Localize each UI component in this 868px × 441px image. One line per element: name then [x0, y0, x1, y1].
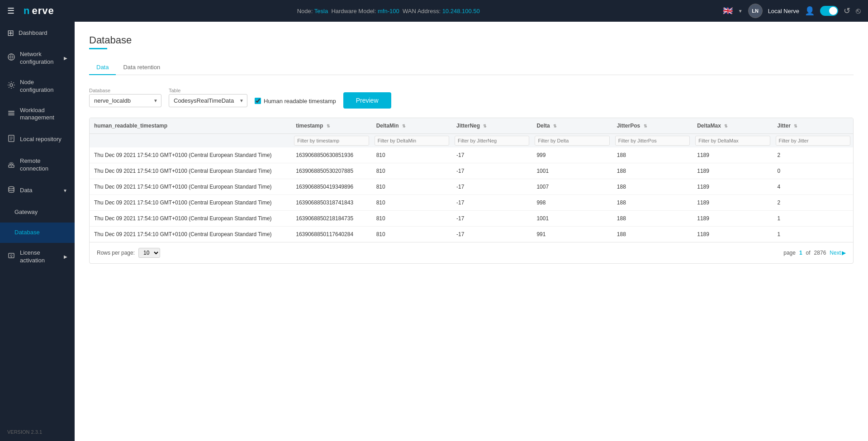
avatar[interactable]: LN [748, 4, 763, 18]
remote-icon [7, 160, 15, 171]
of-label: of [806, 250, 811, 256]
cell-timestamp: 1639068850530207885 [291, 163, 371, 179]
col-deltaMin[interactable]: DeltaMin ⇅ [372, 118, 452, 134]
tab-data[interactable]: Data [89, 60, 116, 75]
next-button[interactable]: Next ▶ [830, 250, 846, 256]
cell-delta: 1001 [532, 163, 612, 179]
database-select-wrapper: nerve_localdb ▼ [89, 94, 161, 107]
cell-timestamp: 1639068850630851936 [291, 147, 371, 163]
filter-deltaMin-input[interactable] [375, 136, 449, 146]
col-deltaMax[interactable]: DeltaMax ⇅ [693, 118, 773, 134]
cell-jitterPos: 188 [612, 227, 693, 242]
table-body: Thu Dec 09 2021 17:54:10 GMT+0100 (Centr… [90, 147, 853, 242]
database-field-group: Database nerve_localdb ▼ [89, 88, 161, 107]
sidebar-item-data[interactable]: Data ▼ [0, 179, 75, 202]
rows-per-page: Rows per page: 10 [97, 248, 160, 258]
svg-rect-5 [8, 114, 14, 115]
filter-human-readable [90, 134, 291, 148]
next-chevron-icon: ▶ [842, 250, 846, 256]
sidebar-item-database[interactable]: Database [0, 223, 75, 243]
col-timestamp[interactable]: timestamp ⇅ [291, 118, 371, 134]
filter-jitterPos-input[interactable] [615, 136, 690, 146]
sidebar-gateway-label: Gateway [14, 209, 38, 216]
cell-jitterPos: 188 [612, 163, 693, 179]
rows-per-page-select[interactable]: 10 [138, 248, 160, 258]
table-row: Thu Dec 09 2021 17:54:10 GMT+0100 (Centr… [90, 163, 853, 179]
sidebar-item-license-activation[interactable]: License activation ▶ [0, 243, 75, 271]
cell-deltaMin: 810 [372, 179, 452, 195]
sidebar-item-network-configuration[interactable]: Network configuration ▶ [0, 44, 75, 72]
cell-deltaMax: 1189 [693, 195, 773, 211]
flag-icon[interactable]: 🇬🇧 [723, 6, 733, 16]
logo: nerve [24, 5, 54, 17]
sidebar-item-remote-connection[interactable]: Remote connection [0, 151, 75, 179]
table-field-group: Table CodesysRealTimeData ▼ [169, 88, 247, 107]
logout-icon[interactable]: ⎋ [856, 6, 861, 16]
sidebar-local-repo-label: Local repository [20, 136, 62, 143]
sidebar-data-label: Data [20, 187, 32, 194]
sidebar-database-label: Database [14, 229, 40, 237]
filter-jitter-input[interactable] [776, 136, 850, 146]
node-config-icon [7, 81, 15, 91]
cell-deltaMax: 1189 [693, 147, 773, 163]
cell-timestamp: 1639068850318741843 [291, 195, 371, 211]
table-scroll[interactable]: human_readable_timestamp timestamp ⇅ Del… [90, 118, 853, 242]
hardware-value: mfn-100 [378, 8, 399, 14]
table-select[interactable]: CodesysRealTimeData [169, 94, 247, 107]
cell-jitterNeg: -17 [452, 147, 532, 163]
cell-delta: 999 [532, 147, 612, 163]
table-header-row: human_readable_timestamp timestamp ⇅ Del… [90, 118, 853, 134]
filter-delta-cell [532, 134, 612, 148]
data-arrow-icon: ▼ [63, 188, 67, 193]
tab-data-retention[interactable]: Data retention [116, 60, 167, 75]
topbar: ☰ nerve Node: Tesla Hardware Model: mfn-… [0, 0, 868, 22]
cell-deltaMin: 810 [372, 195, 452, 211]
sidebar-item-local-repository[interactable]: Local repository [0, 128, 75, 151]
data-icon [7, 185, 15, 196]
database-select[interactable]: nerve_localdb [89, 94, 161, 107]
page-label: page [783, 250, 796, 256]
preview-button[interactable]: Preview [343, 92, 391, 109]
jitterPos-sort-icon: ⇅ [644, 124, 647, 128]
human-readable-checkbox[interactable] [255, 98, 261, 104]
node-info: Node: Tesla Hardware Model: mfn-100 WAN … [60, 8, 717, 14]
deltaMax-sort-icon: ⇅ [724, 124, 728, 128]
dashboard-icon: ⊞ [7, 28, 14, 38]
sidebar-version: VERSION 2.3.1 [0, 423, 75, 441]
network-arrow-icon: ▶ [64, 56, 67, 61]
user-icon[interactable]: 👤 [805, 6, 815, 16]
database-label: Database [89, 88, 161, 93]
sidebar-item-dashboard[interactable]: ⊞ Dashboard [0, 22, 75, 44]
filter-delta-input[interactable] [535, 136, 609, 146]
filter-deltaMax-cell [693, 134, 773, 148]
node-label: Node: [297, 8, 313, 14]
cell-delta: 991 [532, 227, 612, 242]
filter-jitterNeg-input[interactable] [455, 136, 529, 146]
col-human-readable-timestamp: human_readable_timestamp [90, 118, 291, 134]
cell-jitter: 2 [773, 195, 853, 211]
svg-point-14 [10, 255, 12, 256]
wan-label: WAN Address: [401, 8, 441, 14]
page-title: Database [89, 34, 854, 46]
sidebar-item-node-configuration[interactable]: Node configuration [0, 72, 75, 100]
col-jitterNeg[interactable]: JitterNeg ⇅ [452, 118, 532, 134]
language-dropdown-icon[interactable]: ▼ [738, 9, 743, 14]
data-table: human_readable_timestamp timestamp ⇅ Del… [90, 118, 853, 242]
menu-icon[interactable]: ☰ [7, 6, 14, 16]
col-jitterPos[interactable]: JitterPos ⇅ [612, 118, 693, 134]
sidebar-item-gateway[interactable]: Gateway [0, 202, 75, 223]
sidebar-item-workload-management[interactable]: Workload management [0, 100, 75, 128]
col-delta[interactable]: Delta ⇅ [532, 118, 612, 134]
cell-jitterNeg: -17 [452, 179, 532, 195]
cell-jitterNeg: -17 [452, 211, 532, 227]
refresh-icon[interactable]: ↺ [844, 6, 850, 16]
table-filter-row [90, 134, 853, 148]
page-title-underline [89, 48, 107, 49]
filter-timestamp-input[interactable] [294, 136, 369, 146]
cell-human_readable_timestamp: Thu Dec 09 2021 17:54:10 GMT+0100 (Centr… [90, 211, 291, 227]
toggle-switch[interactable] [820, 6, 838, 16]
col-jitter[interactable]: Jitter ⇅ [773, 118, 853, 134]
table-row: Thu Dec 09 2021 17:54:10 GMT+0100 (Centr… [90, 195, 853, 211]
filter-deltaMax-input[interactable] [695, 136, 770, 146]
filter-jitter-cell [773, 134, 853, 148]
